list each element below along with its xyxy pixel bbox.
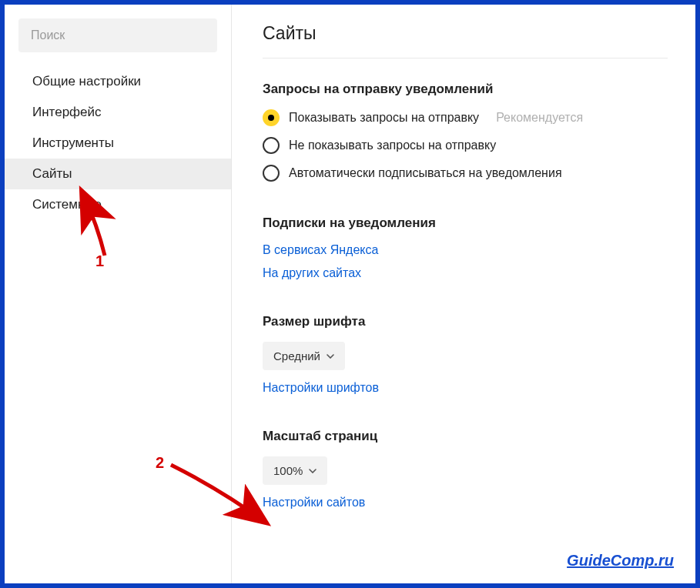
radio-button-icon (263, 165, 280, 182)
font-size-value: Средний (273, 349, 320, 362)
chevron-down-icon (327, 354, 334, 359)
radio-show-requests[interactable]: Показывать запросы на отправку Рекоменду… (263, 109, 668, 126)
radio-button-icon (263, 137, 280, 154)
page-scale-value: 100% (273, 464, 303, 477)
sidebar-item-sites[interactable]: Сайты (5, 159, 231, 189)
search-input[interactable] (31, 28, 205, 42)
link-font-settings[interactable]: Настройки шрифтов (263, 381, 668, 395)
radio-label: Не показывать запросы на отправку (289, 139, 496, 152)
sidebar-item-tools[interactable]: Инструменты (5, 128, 231, 159)
recommended-hint: Рекомендуется (496, 111, 583, 125)
radio-label: Автоматически подписываться на уведомлен… (289, 166, 562, 180)
link-yandex-services[interactable]: В сервисах Яндекса (263, 243, 668, 257)
section-subscriptions: Подписки на уведомления В сервисах Яндек… (263, 215, 668, 280)
radio-auto-subscribe[interactable]: Автоматически подписываться на уведомлен… (263, 165, 668, 182)
sidebar-item-general[interactable]: Общие настройки (5, 66, 231, 97)
chevron-down-icon (309, 469, 317, 473)
settings-window: Общие настройки Интерфейс Инструменты Са… (0, 0, 700, 588)
page-scale-dropdown[interactable]: 100% (263, 456, 327, 485)
radio-label: Показывать запросы на отправку (289, 111, 479, 125)
page-title: Сайты (263, 23, 668, 58)
settings-sidebar: Общие настройки Интерфейс Инструменты Са… (5, 5, 232, 583)
font-size-dropdown[interactable]: Средний (263, 342, 345, 370)
link-other-sites[interactable]: На других сайтах (263, 266, 668, 280)
radio-hide-requests[interactable]: Не показывать запросы на отправку (263, 137, 668, 154)
section-title-notifications: Запросы на отправку уведомлений (263, 82, 668, 97)
sidebar-item-system[interactable]: Системные (5, 189, 231, 220)
section-page-scale: Масштаб страниц 100% Настройки сайтов (263, 429, 668, 509)
radio-button-icon (263, 109, 280, 126)
search-box[interactable] (18, 18, 217, 52)
section-title-font: Размер шрифта (263, 314, 668, 329)
section-font-size: Размер шрифта Средний Настройки шрифтов (263, 314, 668, 395)
section-title-subscriptions: Подписки на уведомления (263, 215, 668, 231)
section-notification-requests: Запросы на отправку уведомлений Показыва… (263, 82, 668, 182)
section-title-scale: Масштаб страниц (263, 429, 668, 444)
link-site-settings[interactable]: Настройки сайтов (263, 496, 668, 509)
sidebar-item-interface[interactable]: Интерфейс (5, 97, 231, 128)
settings-content: Сайты Запросы на отправку уведомлений По… (232, 5, 695, 583)
